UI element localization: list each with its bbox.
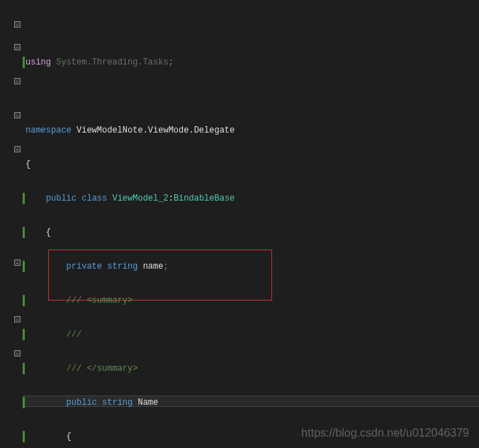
code-line: {	[23, 227, 479, 238]
fold-icon[interactable]: -	[14, 44, 21, 50]
code-line: /// <summary>	[23, 295, 479, 306]
fold-icon[interactable]: -	[14, 112, 21, 118]
code-line: public class ViewModel_2:BindableBase	[23, 193, 479, 204]
code-area[interactable]: using System.Threading.Tasks; namespace …	[23, 0, 479, 448]
fold-icon[interactable]: -	[14, 350, 21, 357]
watermark: https://blog.csdn.net/u012046379	[301, 427, 469, 439]
highlight-box	[48, 250, 272, 301]
fold-icon[interactable]: -	[14, 78, 21, 84]
code-line: {	[23, 159, 479, 170]
code-line: public string Name	[23, 397, 479, 408]
code-line: ///	[23, 329, 479, 340]
code-line	[23, 91, 479, 102]
fold-icon[interactable]: -	[14, 146, 21, 152]
gutter: - - - - - - - -	[0, 0, 23, 448]
fold-icon[interactable]: -	[14, 21, 21, 28]
code-editor[interactable]: - - - - - - - - using System.Threading.T…	[0, 0, 479, 448]
code-line: /// </summary>	[23, 363, 479, 374]
code-line: namespace ViewModelNote.ViewMode.Delegat…	[23, 125, 479, 136]
fold-icon[interactable]: -	[14, 316, 21, 323]
code-line: using System.Threading.Tasks;	[23, 57, 479, 68]
code-line: private string name;	[23, 261, 479, 272]
fold-icon[interactable]: -	[14, 259, 21, 266]
